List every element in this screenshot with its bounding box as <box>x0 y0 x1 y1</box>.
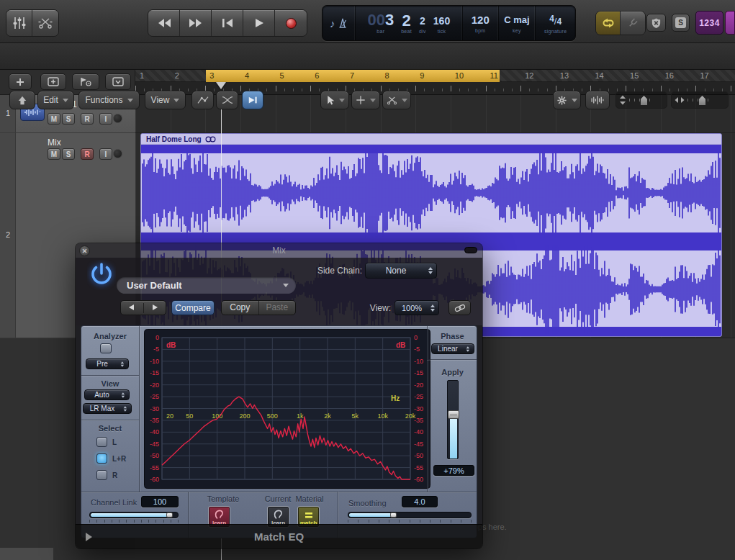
horizontal-zoom-handle[interactable] <box>699 96 705 105</box>
ruler-bar-number: 4 <box>245 71 249 80</box>
smoothing-value: 4.0 <box>402 496 438 507</box>
db-axis-label: -60 <box>150 476 159 483</box>
copy-button[interactable]: Copy <box>222 301 259 315</box>
ruler-tick <box>520 86 521 91</box>
phase-label: Phase <box>427 332 477 340</box>
up-arrow-icon <box>17 96 27 105</box>
channel-link-handle[interactable] <box>166 512 173 518</box>
chain-link-icon <box>454 304 466 312</box>
track-s-button[interactable]: S <box>62 113 75 125</box>
lcd-key[interactable]: C maj key <box>499 6 536 40</box>
mixer-button[interactable] <box>6 10 32 36</box>
menu-functions[interactable]: Functions <box>78 91 140 109</box>
menu-edit[interactable]: Edit <box>37 91 74 109</box>
automation-button[interactable] <box>191 91 214 109</box>
track-m-button[interactable]: M <box>48 148 60 160</box>
lcd-signature[interactable]: 4/4 signature <box>536 6 575 40</box>
flag-icon <box>80 77 91 86</box>
solo-mode-button[interactable]: S <box>672 14 690 32</box>
playhead-marker[interactable] <box>216 82 226 89</box>
apply-slider[interactable] <box>447 380 459 459</box>
select-r-checkbox[interactable] <box>96 470 107 480</box>
go-to-beginning-button[interactable] <box>212 10 243 36</box>
slider-tick <box>148 520 149 523</box>
select-option-label: L <box>112 438 117 446</box>
new-track-with-settings-icon <box>48 77 59 86</box>
close-button[interactable]: ✕ <box>79 245 90 256</box>
match-eq-plugin-window[interactable]: Mix ✕ User Default Side Chain: None <box>76 243 482 548</box>
slider-tick <box>379 520 379 523</box>
menu-view[interactable]: View <box>145 91 186 109</box>
channel-link-slider[interactable] <box>89 512 179 518</box>
smoothing-slider[interactable] <box>348 512 472 518</box>
tuner-button[interactable] <box>621 12 645 35</box>
autopunch-button[interactable] <box>646 14 666 32</box>
track-r-button[interactable]: R <box>81 113 94 125</box>
track-s-button[interactable]: S <box>62 148 75 160</box>
vertical-zoom-slider[interactable] <box>615 91 667 109</box>
track-zoom-menu-button[interactable] <box>105 73 131 90</box>
track-i-button[interactable]: I <box>99 148 112 160</box>
db-axis-label: -35 <box>150 417 159 424</box>
view-zoom-value: 100% <box>395 304 428 312</box>
hierarchy-up-button[interactable] <box>9 91 35 109</box>
lcd-mode-icons[interactable]: ♪ <box>323 6 356 40</box>
analyzer-mode-dropdown[interactable]: Pre <box>86 358 129 369</box>
clipped-toolbar-button[interactable] <box>725 11 735 35</box>
region-header[interactable]: Half Dome Long <box>141 134 722 145</box>
power-icon[interactable] <box>87 260 116 290</box>
next-preset-button[interactable] <box>144 303 166 313</box>
track-name[interactable]: Mix <box>48 137 61 148</box>
tool-scissors[interactable] <box>382 91 411 109</box>
midi-activity-display[interactable]: 1234 <box>695 11 723 35</box>
previous-preset-button[interactable] <box>121 303 144 313</box>
horizontal-zoom-slider[interactable] <box>671 91 729 109</box>
select-lr-checkbox[interactable] <box>96 453 107 464</box>
side-chain-dropdown[interactable]: None <box>365 263 437 279</box>
plugin-titlebar[interactable]: Mix ✕ <box>76 243 482 258</box>
record-button[interactable] <box>275 10 307 36</box>
tool-pointer[interactable] <box>320 91 349 109</box>
analyzer-toggle[interactable] <box>100 343 112 353</box>
chevron-down-icon <box>127 99 133 102</box>
catch-playhead-button[interactable] <box>242 91 263 109</box>
phase-dropdown[interactable]: Linear <box>431 343 474 354</box>
ruler-number-strip[interactable]: 123456789101112131415161718 <box>135 70 735 82</box>
link-button[interactable] <box>448 300 471 315</box>
freq-axis-label: 200 <box>239 412 250 420</box>
waveform-zoom-button[interactable] <box>585 91 610 109</box>
stepper-arrows-icon <box>120 392 125 398</box>
preset-selector[interactable]: User Default <box>117 277 296 294</box>
rewind-button[interactable] <box>148 10 180 36</box>
track-r-button[interactable]: R <box>81 148 94 160</box>
split-scissors-button[interactable] <box>32 10 58 36</box>
lcd-display[interactable]: ♪ 003 bar 2 beat 2 di <box>322 5 576 41</box>
paste-button[interactable]: Paste <box>259 301 296 315</box>
smoothing-handle[interactable] <box>390 512 397 518</box>
select-l-checkbox[interactable] <box>96 437 107 447</box>
track-i-button[interactable]: I <box>99 113 112 125</box>
forward-button[interactable] <box>180 10 212 36</box>
link-toggle[interactable] <box>464 247 477 253</box>
view-mode-dropdown[interactable]: Auto <box>84 389 130 400</box>
record-enable-led[interactable] <box>113 149 122 158</box>
channel-view-dropdown[interactable]: LR Max <box>83 403 132 414</box>
apply-slider-handle[interactable] <box>448 410 459 419</box>
lcd-tempo[interactable]: 120 bpm <box>463 6 499 40</box>
compare-button[interactable]: Compare <box>171 300 215 315</box>
track-m-button[interactable]: M <box>48 113 60 125</box>
new-track-button[interactable] <box>9 73 32 90</box>
cycle-button[interactable] <box>596 12 621 35</box>
lcd-position[interactable]: 003 bar 2 beat 2 div 160 tick <box>356 6 463 40</box>
view-zoom-dropdown[interactable]: 100% <box>394 300 439 315</box>
plugin-footer: Match EQ <box>76 524 482 548</box>
settings-button[interactable] <box>553 91 581 109</box>
slider-tick <box>389 520 389 523</box>
crossfade-button[interactable] <box>216 91 238 109</box>
play-button[interactable] <box>243 10 275 36</box>
vertical-zoom-handle[interactable] <box>641 96 647 105</box>
track-flag-menu-button[interactable] <box>72 73 99 90</box>
duplicate-track-button[interactable] <box>40 73 66 90</box>
record-enable-led[interactable] <box>113 114 122 123</box>
tool-crosshair[interactable] <box>351 91 380 109</box>
